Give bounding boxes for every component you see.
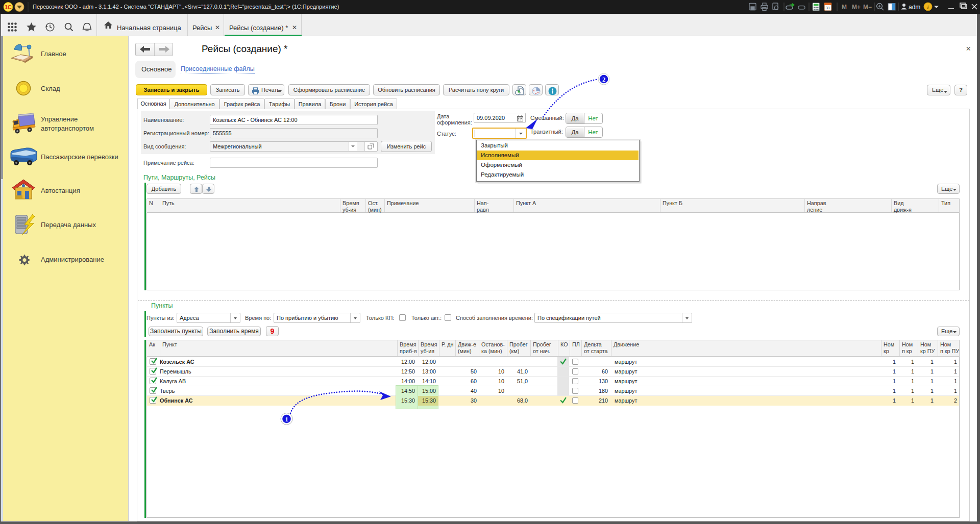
svg-text:2: 2 [602, 76, 605, 83]
svg-text:1: 1 [285, 416, 288, 423]
